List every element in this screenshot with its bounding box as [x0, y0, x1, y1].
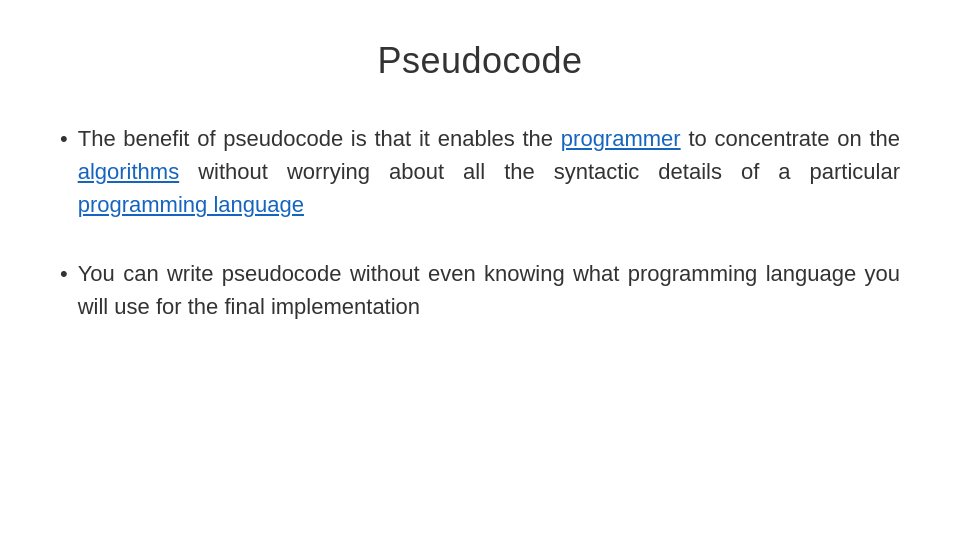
bullet-dot-1: •: [60, 122, 68, 155]
slide-title: Pseudocode: [377, 40, 582, 82]
bullet-text-2: You can write pseudocode without even kn…: [78, 257, 900, 323]
bullet-dot-2: •: [60, 257, 68, 290]
content-area: • The benefit of pseudocode is that it e…: [60, 122, 900, 323]
programmer-link[interactable]: programmer: [561, 126, 681, 151]
bullet-item-2: • You can write pseudocode without even …: [60, 257, 900, 323]
bullet-text-1: The benefit of pseudocode is that it ena…: [78, 122, 900, 221]
bullet-item-1: • The benefit of pseudocode is that it e…: [60, 122, 900, 221]
bullet1-text-between: to concentrate on the: [681, 126, 900, 151]
programming-language-link[interactable]: programming language: [78, 192, 304, 217]
algorithms-link[interactable]: algorithms: [78, 159, 179, 184]
bullet1-text-after-link2: without worrying about all the syntactic…: [179, 159, 900, 184]
bullet1-text-before-link1: The benefit of pseudocode is that it ena…: [78, 126, 561, 151]
slide: Pseudocode • The benefit of pseudocode i…: [0, 0, 960, 540]
